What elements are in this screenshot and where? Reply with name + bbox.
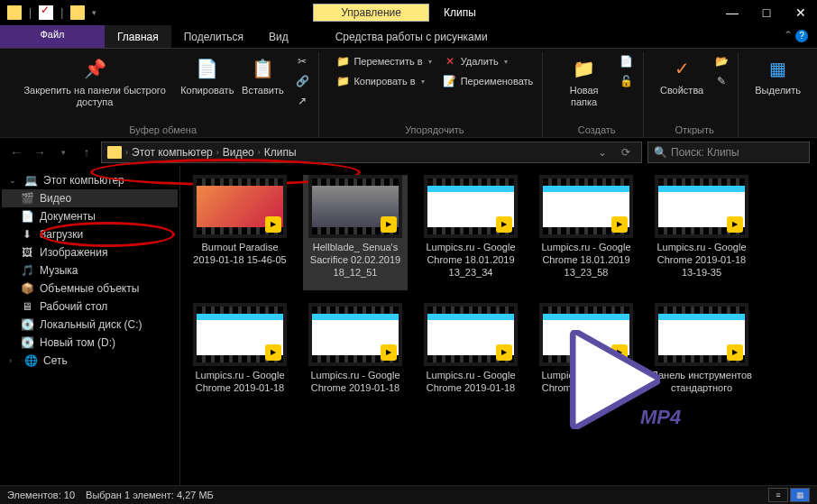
file-item[interactable]: ▶Lumpics.ru - Google Chrome 2019-01-18	[534, 303, 638, 418]
tab-home[interactable]: Главная	[105, 25, 171, 48]
nav-forward-button[interactable]: →	[31, 143, 49, 161]
paste-button[interactable]: 📋 Вставить	[237, 52, 288, 98]
nav-back-button[interactable]: ←	[7, 143, 25, 161]
paste-shortcut-button[interactable]: ↗	[291, 92, 313, 110]
edit-button[interactable]: ✎	[711, 72, 732, 90]
new-item-icon: 📄	[620, 54, 634, 69]
file-thumbnail: ▶	[539, 175, 633, 238]
folder-icon[interactable]	[7, 5, 22, 20]
sidebar-item-video[interactable]: 🎬Видео	[2, 189, 178, 207]
copy-to-button[interactable]: 📁Копировать в▾	[332, 72, 435, 90]
sidebar-item-pc[interactable]: ⌄💻Этот компьютер	[2, 171, 178, 189]
sidebar-item-disk[interactable]: 💽Новый том (D:)	[2, 334, 178, 352]
file-name: Lumpics.ru - Google Chrome 2019-01-18	[188, 370, 292, 418]
move-to-button[interactable]: 📁Переместить в▾	[332, 52, 435, 70]
refresh-button[interactable]: ⟳	[616, 146, 636, 159]
file-name: Lumpics.ru - Google Chrome 18.01.2019 13…	[534, 242, 638, 290]
easy-access-button[interactable]: 🔓	[616, 72, 638, 90]
music-icon: 🎵	[20, 264, 34, 277]
edit-icon: ✎	[714, 74, 729, 88]
sidebar-item-doc[interactable]: 📄Документы	[2, 207, 178, 225]
file-thumbnail: ▶	[193, 175, 287, 238]
file-item[interactable]: ▶Lumpics.ru - Google Chrome 2019-01-18	[303, 303, 408, 418]
file-item[interactable]: ▶Hellblade_ Senua's Sacrifice 02.02.2019…	[303, 175, 408, 290]
maximize-button[interactable]: □	[757, 5, 776, 20]
file-item[interactable]: ▶Lumpics.ru - Google Chrome 2019-01-18	[188, 303, 292, 418]
copy-path-button[interactable]: 🔗	[291, 72, 313, 90]
minimize-button[interactable]: —	[723, 5, 741, 20]
file-thumbnail: ▶	[655, 175, 748, 238]
view-icons-button[interactable]: ▦	[790, 488, 810, 502]
sidebar-item-label: Этот компьютер	[43, 174, 124, 187]
breadcrumb-dropdown[interactable]: ⌄	[592, 146, 612, 159]
tab-view[interactable]: Вид	[256, 25, 301, 48]
ribbon-collapse-icon[interactable]: ⌃	[784, 29, 793, 41]
expand-icon[interactable]: ›	[9, 356, 18, 365]
cut-button[interactable]: ✂	[291, 52, 313, 70]
chevron-icon[interactable]: ›	[125, 148, 128, 157]
pin-icon: 📌	[80, 54, 109, 83]
breadcrumb[interactable]: › Этот компьютер › Видео › Клипы ⌄ ⟳	[101, 142, 642, 163]
pin-label: Закрепить на панели быстрого доступа	[16, 85, 173, 108]
select-all-button[interactable]: ▦ Выделить	[751, 52, 804, 98]
chevron-icon[interactable]: ›	[258, 148, 261, 157]
sidebar-item-3d[interactable]: 📦Объемные объекты	[2, 279, 178, 298]
sidebar-item-desk[interactable]: 🖥Рабочий стол	[2, 298, 178, 316]
delete-button[interactable]: ✕Удалить▾	[439, 52, 537, 70]
file-name: Lumpics.ru - Google Chrome 18.01.2019 13…	[418, 242, 523, 290]
breadcrumb-segment[interactable]: Клипы	[264, 146, 297, 159]
expand-icon[interactable]: ⌄	[9, 176, 18, 185]
help-icon[interactable]: ?	[795, 30, 808, 42]
file-item[interactable]: ▶Панель инструментов стандартного	[649, 303, 754, 418]
file-item[interactable]: ▶Burnout Paradise 2019-01-18 15-46-05	[188, 175, 292, 290]
sidebar-item-label: Сеть	[43, 354, 68, 367]
sidebar-item-dl[interactable]: ⬇Загрузки	[2, 225, 178, 243]
search-box[interactable]: 🔍 Поиск: Клипы	[647, 142, 810, 163]
open-button[interactable]: 📂	[711, 52, 732, 70]
view-details-button[interactable]: ≡	[768, 488, 788, 502]
sidebar-item-label: Новый том (D:)	[40, 336, 115, 349]
tab-picture-tools[interactable]: Средства работы с рисунками	[323, 25, 500, 48]
new-folder-button[interactable]: 📁 Новая папка	[555, 52, 612, 110]
paste-icon: 📋	[248, 54, 277, 83]
player-badge-icon: ▶	[381, 344, 397, 361]
properties-button[interactable]: ✓ Свойства	[656, 52, 707, 98]
rename-button[interactable]: 📝Переименовать	[439, 72, 537, 90]
file-thumbnail: ▶	[308, 303, 402, 366]
shortcut-icon: ↗	[295, 94, 309, 108]
sidebar-item-music[interactable]: 🎵Музыка	[2, 261, 178, 279]
rename-icon: 📝	[443, 74, 457, 88]
ribbon-group-select: ▦ Выделить	[746, 52, 810, 137]
copy-button[interactable]: 📄 Копировать	[180, 52, 234, 98]
delete-icon: ✕	[443, 54, 457, 69]
group-label: Буфер обмена	[129, 123, 197, 137]
nav-up-button[interactable]: ↑	[78, 143, 96, 161]
file-item[interactable]: ▶Lumpics.ru - Google Chrome 18.01.2019 1…	[418, 175, 523, 290]
tab-share[interactable]: Поделиться	[171, 25, 256, 48]
sidebar-item-label: Загрузки	[40, 228, 83, 241]
sidebar-item-pic[interactable]: 🖼Изображения	[2, 243, 178, 261]
folder-icon[interactable]	[70, 5, 85, 20]
file-item[interactable]: ▶Lumpics.ru - Google Chrome 18.01.2019 1…	[534, 175, 638, 290]
paste-label: Вставить	[242, 85, 284, 96]
sidebar-item-disk[interactable]: 💽Локальный диск (C:)	[2, 316, 178, 334]
breadcrumb-segment[interactable]: Видео	[223, 146, 254, 159]
desk-icon: 🖥	[20, 300, 34, 313]
breadcrumb-segment[interactable]: Этот компьютер	[132, 146, 213, 159]
close-button[interactable]: ✕	[792, 5, 810, 20]
chevron-icon[interactable]: ›	[216, 148, 219, 157]
file-item[interactable]: ▶Lumpics.ru - Google Chrome 2019-01-18 1…	[649, 175, 754, 290]
file-thumbnail: ▶	[193, 303, 287, 366]
file-list[interactable]: ▶Burnout Paradise 2019-01-18 15-46-05▶He…	[180, 166, 817, 485]
contextual-tab[interactable]: Управление	[313, 4, 429, 22]
qat-dropdown[interactable]: ▾	[92, 8, 96, 17]
tab-file[interactable]: Файл	[0, 25, 105, 48]
check-icon[interactable]	[39, 5, 53, 20]
sidebar-item-net[interactable]: ›🌐Сеть	[2, 352, 178, 370]
new-item-button[interactable]: 📄	[616, 52, 638, 70]
nav-history-button[interactable]: ▾	[54, 143, 72, 161]
pin-quick-access-button[interactable]: 📌 Закрепить на панели быстрого доступа	[13, 52, 177, 110]
ribbon-group-new: 📁 Новая папка 📄 🔓 Создать	[550, 52, 644, 137]
ribbon-tabs: Файл Главная Поделиться Вид Средства раб…	[0, 25, 817, 49]
file-item[interactable]: ▶Lumpics.ru - Google Chrome 2019-01-18	[418, 303, 523, 418]
